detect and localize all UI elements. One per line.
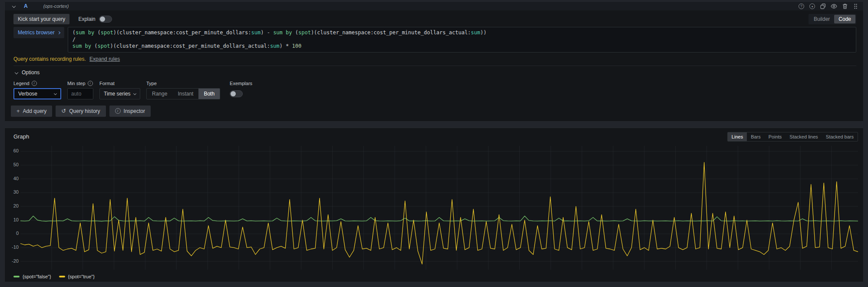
explain-toggle[interactable]: [99, 16, 112, 23]
legend-select[interactable]: Verbose: [13, 88, 61, 99]
options-label: Options: [22, 69, 40, 76]
y-tick-label: -20: [12, 258, 19, 264]
legend-field: Legend i Verbose: [13, 81, 61, 99]
query-editor-row: Metrics browser (sum by (spot)(cluster_n…: [13, 27, 856, 53]
plus-icon: +: [17, 109, 20, 114]
recording-rules-warning: Query contains recording rules. Expand r…: [13, 56, 856, 62]
vis-stacked-lines-option[interactable]: Stacked lines: [785, 132, 822, 141]
hide-response-eye-icon[interactable]: [831, 3, 837, 10]
type-both-option[interactable]: Both: [198, 89, 220, 99]
y-tick-label: 60: [13, 148, 19, 153]
toggle-knob: [231, 91, 236, 96]
chevron-down-icon: [15, 70, 18, 74]
type-label: Type: [146, 81, 157, 86]
legend-swatch: [13, 276, 20, 277]
query-row-actions: ? ●: [798, 3, 859, 10]
graph-panel: Graph Lines Bars Points Stacked lines St…: [4, 128, 864, 282]
chevron-down-icon: [133, 92, 136, 95]
legend-swatch: [59, 276, 65, 277]
legend-item-spot-true[interactable]: {spot="true"}: [59, 274, 95, 279]
exemplars-label: Exemplars: [230, 81, 252, 86]
query-editor-panel: A (ops-cortex) ? ●: [4, 1, 864, 122]
vis-lines-option[interactable]: Lines: [728, 132, 747, 141]
exemplars-field: Exemplars: [230, 81, 252, 99]
history-icon: ↺: [61, 109, 66, 114]
expand-rules-link[interactable]: Expand rules: [89, 56, 120, 62]
type-field: Type Range Instant Both: [146, 81, 220, 99]
editor-mode-group: Builder Code: [809, 14, 856, 24]
legend-label: Legend: [13, 81, 30, 86]
query-history-button[interactable]: ↺ Query history: [56, 106, 106, 117]
code-line[interactable]: sum by (spot)(cluster_namespace:cost_per…: [73, 43, 851, 50]
y-tick-label: 20: [13, 203, 19, 208]
visualisation-toolbar: Lines Bars Points Stacked lines Stacked …: [727, 132, 858, 142]
format-field: Format Time series: [99, 81, 140, 99]
code-line[interactable]: (sum by (spot)(cluster_namespace:cost_pe…: [73, 30, 851, 36]
duplicate-query-icon[interactable]: [820, 3, 826, 10]
info-circle-icon: i: [115, 108, 121, 114]
graph-header: Graph Lines Bars Points Stacked lines St…: [5, 128, 863, 143]
type-radio-group: Range Instant Both: [146, 88, 220, 99]
format-select-value: Time series: [104, 91, 131, 97]
options-section: Options Legend i Verbose: [13, 66, 856, 99]
info-icon: i: [88, 81, 93, 86]
legend-item-spot-false[interactable]: {spot="false"}: [13, 274, 51, 279]
type-instant-option[interactable]: Instant: [172, 89, 198, 99]
format-select[interactable]: Time series: [99, 88, 140, 99]
metrics-browser-button[interactable]: Metrics browser: [13, 27, 64, 38]
help-icon[interactable]: ?: [798, 3, 805, 10]
format-label: Format: [99, 81, 115, 86]
chart-svg[interactable]: [20, 146, 858, 270]
explain-label: Explain: [78, 16, 95, 22]
y-axis: 6050403020100-10-20: [8, 146, 20, 270]
collapse-chevron-icon[interactable]: [12, 4, 16, 8]
kick-start-query-button[interactable]: Kick start your query: [13, 14, 69, 24]
y-tick-label: 40: [13, 176, 19, 181]
inspector-button[interactable]: i Inspector: [109, 106, 151, 117]
metrics-browser-label: Metrics browser: [18, 30, 55, 36]
type-range-option[interactable]: Range: [147, 89, 172, 99]
vis-bars-option[interactable]: Bars: [747, 132, 765, 141]
chart-area: 6050403020100-10-20: [5, 143, 863, 270]
options-fields: Legend i Verbose Min step i: [13, 81, 856, 99]
promql-code-editor[interactable]: (sum by (spot)(cluster_namespace:cost_pe…: [68, 27, 856, 53]
toggle-knob: [100, 16, 105, 22]
min-step-input[interactable]: [67, 88, 93, 99]
record-query-icon[interactable]: ●: [809, 3, 815, 10]
query-toolbar-row: Kick start your query Explain Builder Co…: [13, 13, 856, 25]
drag-handle-icon[interactable]: [852, 3, 859, 10]
mode-builder-option[interactable]: Builder: [809, 15, 834, 23]
legend-select-value: Verbose: [18, 91, 37, 97]
explore-page: A (ops-cortex) ? ●: [0, 0, 868, 287]
code-line[interactable]: /: [73, 36, 851, 43]
y-tick-label: -10: [12, 244, 19, 250]
query-ref-id: A: [24, 3, 28, 9]
min-step-field: Min step i: [67, 81, 93, 99]
vis-stacked-bars-option[interactable]: Stacked bars: [822, 132, 858, 141]
y-tick-label: 10: [13, 217, 19, 222]
exemplars-toggle[interactable]: [230, 90, 243, 97]
chart-legend: {spot="false"} {spot="true"}: [5, 270, 863, 282]
datasource-name: (ops-cortex): [43, 3, 69, 9]
chevron-right-icon: [57, 31, 60, 34]
info-icon: i: [32, 81, 37, 86]
warning-text: Query contains recording rules.: [13, 56, 86, 62]
query-row-header: A (ops-cortex) ? ●: [5, 2, 863, 10]
query-actions-row: + Add query ↺ Query history i Inspector: [11, 105, 856, 121]
min-step-label: Min step: [67, 81, 86, 86]
add-query-button[interactable]: + Add query: [11, 106, 52, 117]
explain-control: Explain: [78, 16, 112, 23]
y-tick-label: 0: [16, 231, 19, 236]
options-collapse-header[interactable]: Options: [13, 69, 856, 76]
query-row-body: Kick start your query Explain Builder Co…: [5, 10, 863, 121]
chevron-down-icon: [54, 92, 57, 95]
y-tick-label: 30: [13, 189, 19, 195]
remove-query-trash-icon[interactable]: [842, 3, 848, 10]
graph-title: Graph: [13, 133, 29, 140]
mode-code-option[interactable]: Code: [834, 15, 855, 23]
vis-points-option[interactable]: Points: [765, 132, 786, 141]
y-tick-label: 50: [13, 162, 19, 167]
